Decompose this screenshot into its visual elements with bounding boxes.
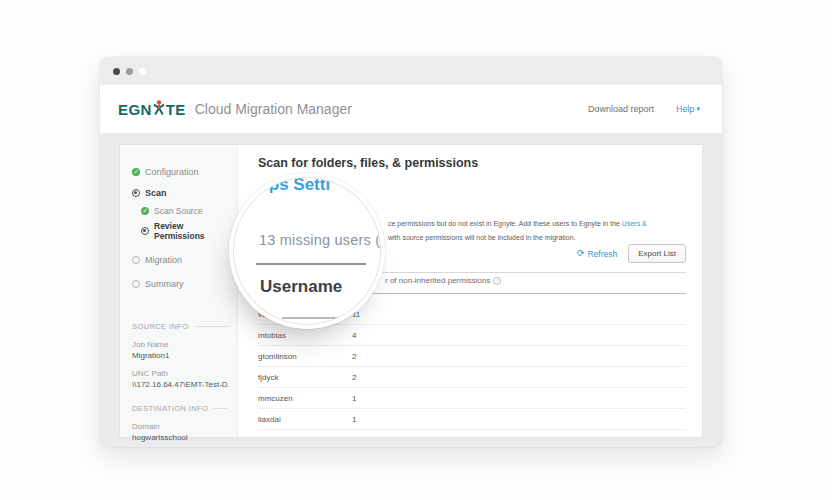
divider [282,317,342,319]
window-control-icon-2[interactable] [126,68,133,75]
export-list-button[interactable]: Export List [628,244,686,263]
help-label: Help [676,104,695,114]
username-cell: liaxdal [258,415,352,424]
permission-count-cell: 2 [352,352,356,361]
chevron-down-icon: ▾ [696,105,700,113]
permissions-column-header: r of non-inherited permissions i [385,276,501,285]
missing-users-description: ce permissions but do not exist in Egnyt… [388,217,647,245]
sidebar-step-configuration[interactable]: Configuration [132,167,229,177]
target-circle-icon [132,189,140,197]
table-actions: ⟳ Refresh Export List [577,244,686,263]
table-row[interactable]: mmcuzen 1 [258,388,686,409]
username-cell: mmcuzen [258,394,352,403]
sidebar-step-summary[interactable]: Summary [132,279,229,289]
divider [213,408,229,409]
description-line-2: with source permissions will not be incl… [388,231,647,245]
job-name-label: Job Name [132,340,229,349]
info-icon[interactable]: i [493,277,501,285]
app-window: EGN TE Cloud Migration Manager Download … [100,57,722,447]
check-circle-icon [141,207,149,215]
table-row[interactable]: liaxdal 1 [258,409,686,430]
refresh-button[interactable]: ⟳ Refresh [577,249,617,259]
app-header: EGN TE Cloud Migration Manager Download … [100,85,722,133]
magnifier-lens: oups Setti 13 missing users ( Username [234,178,380,324]
window-control-icon-3[interactable] [139,68,146,75]
username-cell: gtomlinson [258,352,352,361]
sidebar-step-migration[interactable]: Migration [132,255,229,265]
download-report-link[interactable]: Download report [588,104,654,114]
destination-info-section-header: DESTINATION INFO [132,404,229,413]
egnyte-logo: EGN TE [118,100,186,118]
username-cell: fjdyck [258,373,352,382]
sidebar-step-scan[interactable]: Scan [132,188,229,198]
app-title: Cloud Migration Manager [195,101,352,117]
unc-path-label: UNC Path [132,369,229,378]
job-name-value: Migration1 [132,351,229,360]
logo-text-right: TE [166,101,186,118]
sidebar-step-scan-source[interactable]: Scan Source [141,206,229,216]
unc-path-value: \\172.16.64.47\EMT-Test-D... [132,380,229,389]
magnified-missing-users-count: 13 missing users ( [259,232,380,248]
window-titlebar [100,57,722,85]
empty-circle-icon [132,280,140,288]
username-cell: mtobias [258,331,352,340]
domain-value: hogwartsschool [132,433,229,442]
permission-count-cell: 2 [352,373,356,382]
table-row[interactable]: gtomlinson 2 [258,346,686,367]
logo-text-left: EGN [118,101,152,118]
page-title: Scan for folders, files, & permissions [258,156,478,170]
description-line-1: ce permissions but do not exist in Egnyt… [388,217,647,231]
sidebar-step-review-permissions[interactable]: Review Permissions [141,221,229,241]
check-circle-icon [132,168,140,176]
refresh-icon: ⟳ [577,249,585,258]
divider [194,326,230,327]
page: EGN TE Cloud Migration Manager Download … [0,0,832,500]
egnyte-star-icon [153,100,165,116]
permission-count-cell: 1 [352,415,356,424]
target-circle-icon [141,227,149,235]
source-info-section-header: SOURCE INFO [132,322,229,331]
permission-count-cell: 11 [352,310,360,319]
window-control-icon-1[interactable] [113,68,120,75]
permission-count-cell: 4 [352,331,356,340]
empty-circle-icon [132,256,140,264]
header-actions: Download report Help ▾ [588,104,700,114]
table-row[interactable]: fjdyck 2 [258,367,686,388]
divider [256,263,366,265]
magnified-username-header: Username [260,277,342,297]
permission-count-cell: 1 [352,394,356,403]
table-row[interactable]: mtobias 4 [258,325,686,346]
content-card: Configuration Scan Scan Source Review Pe… [120,145,702,437]
help-menu[interactable]: Help ▾ [676,104,700,114]
domain-label: Domain [132,422,229,431]
wizard-sidebar: Configuration Scan Scan Source Review Pe… [120,145,238,437]
users-groups-settings-link[interactable]: Users & [622,220,647,227]
